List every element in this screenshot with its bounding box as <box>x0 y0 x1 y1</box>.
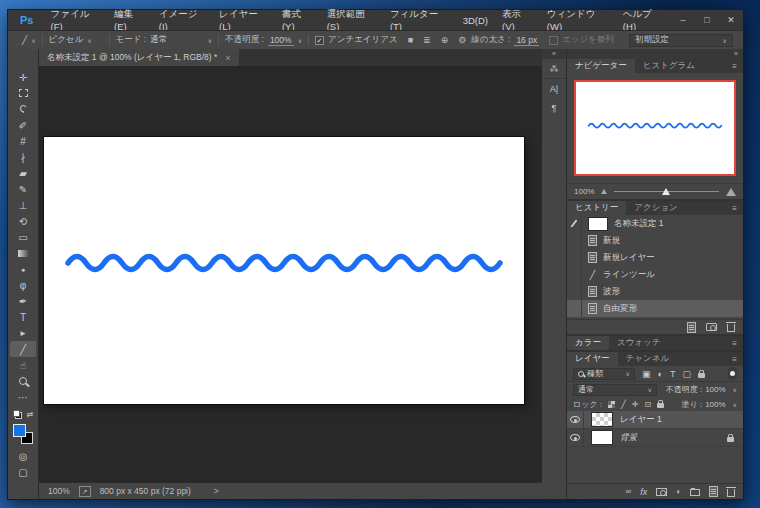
add-layer-mask-icon[interactable] <box>656 488 667 496</box>
eraser-tool[interactable]: ▭ <box>10 229 36 245</box>
dodge-tool[interactable]: φ <box>10 277 36 293</box>
move-tool[interactable]: ✛ <box>10 69 36 85</box>
blend-mode-dropdown[interactable]: 通常 ∨ <box>150 34 212 46</box>
zoom-out-icon[interactable] <box>601 189 607 194</box>
new-document-from-state-icon[interactable] <box>687 322 696 333</box>
history-step-new[interactable]: 新規 <box>567 232 743 249</box>
menu-image[interactable]: イメージ(I) <box>152 8 212 32</box>
history-step-new-layer[interactable]: 新規レイヤー <box>567 249 743 266</box>
pasteboard[interactable] <box>39 66 542 482</box>
history-brush-source-cell[interactable] <box>567 232 582 249</box>
layer-thumbnail[interactable] <box>591 430 613 445</box>
foreground-color-swatch[interactable] <box>13 424 26 437</box>
brush-tool[interactable]: ✎ <box>10 181 36 197</box>
navigator-zoom-field[interactable]: 100% <box>574 187 594 196</box>
filter-smart-objects-icon[interactable] <box>698 373 705 378</box>
libraries-panel-icon[interactable]: ⁂ <box>542 59 566 78</box>
delete-layer-icon[interactable] <box>727 489 735 497</box>
tab-color[interactable]: カラー <box>567 336 609 350</box>
maximize-button[interactable]: □ <box>695 10 719 30</box>
opacity-dropdown[interactable]: 100% ∨ <box>268 35 302 46</box>
tab-layers[interactable]: レイヤー <box>567 352 618 366</box>
layer-fill-control[interactable]: 塗り : 100% ∨ <box>681 399 737 410</box>
visibility-cell[interactable] <box>567 429 584 446</box>
clone-stamp-tool[interactable]: ⊥ <box>10 197 36 213</box>
menu-filter[interactable]: フィルター(T) <box>383 8 456 32</box>
visibility-cell[interactable] <box>567 411 584 428</box>
layer-filter-kind-dropdown[interactable]: 種類 ∨ <box>573 368 635 380</box>
panel-menu-icon[interactable]: ≡ <box>732 336 743 350</box>
new-layer-icon[interactable] <box>709 486 718 497</box>
blur-tool[interactable]: ● <box>10 261 36 277</box>
quick-mask-button[interactable]: ◎ <box>10 448 36 464</box>
tab-navigator[interactable]: ナビゲーター <box>567 59 635 73</box>
filter-type-layers-icon[interactable]: T <box>670 369 676 379</box>
shape-op-icon-1[interactable]: ■ <box>408 35 413 45</box>
paragraph-panel-icon[interactable]: ¶ <box>542 98 566 117</box>
screen-mode-button[interactable]: ▢ <box>10 464 36 480</box>
workspace-preset-dropdown[interactable]: 初期設定 ∨ <box>629 34 733 47</box>
history-brush-source-cell[interactable] <box>567 215 582 232</box>
antialias-checkbox[interactable]: ✓ <box>315 36 324 45</box>
hand-tool[interactable]: ☝ <box>10 357 36 373</box>
edit-toolbar-button[interactable]: ⋯ <box>10 389 36 405</box>
menu-help[interactable]: ヘルプ(H) <box>616 8 671 32</box>
menu-view[interactable]: 表示(V) <box>495 8 540 32</box>
character-panel-icon[interactable]: A| <box>542 79 566 98</box>
align-edges-checkbox[interactable] <box>549 36 558 45</box>
panel-menu-icon[interactable]: ≡ <box>732 201 743 215</box>
layer-name[interactable]: レイヤー 1 <box>620 414 662 426</box>
expand-panels-chevron[interactable]: « <box>542 49 566 59</box>
menu-3d[interactable]: 3D(D) <box>456 15 495 26</box>
tab-channels[interactable]: チャンネル <box>618 352 678 366</box>
layer-row-layer1[interactable]: レイヤー 1 <box>567 411 743 429</box>
lock-transparent-pixels-icon[interactable] <box>608 401 615 408</box>
panel-menu-icon[interactable]: ≡ <box>732 59 743 73</box>
crop-tool[interactable]: # <box>10 133 36 149</box>
layer-thumbnail[interactable] <box>591 412 613 427</box>
new-group-icon[interactable] <box>690 489 700 496</box>
lock-position-icon[interactable]: ✛ <box>632 400 639 409</box>
quick-selection-tool[interactable]: ✐ <box>10 117 36 133</box>
shape-op-icon-2[interactable]: ≣ <box>423 35 431 45</box>
status-chevron-icon[interactable]: > <box>214 486 219 496</box>
history-step-line-tool[interactable]: ╱ ラインツール <box>567 266 743 283</box>
tab-histogram[interactable]: ヒストグラム <box>635 59 703 73</box>
link-layers-icon[interactable]: ∞ <box>625 487 631 496</box>
history-step-free-transform[interactable]: 自由変形 <box>567 300 743 317</box>
gear-icon[interactable]: ⚙ <box>458 35 466 45</box>
menu-file[interactable]: ファイル(F) <box>43 8 107 32</box>
trash-icon[interactable] <box>727 324 735 332</box>
zoom-tool[interactable] <box>10 373 36 389</box>
adjustment-layer-icon[interactable]: ◐ <box>676 487 681 496</box>
healing-brush-tool[interactable]: ▰ <box>10 165 36 181</box>
history-brush-source-cell[interactable] <box>567 249 582 266</box>
canvas[interactable] <box>44 137 524 404</box>
lock-artboard-icon[interactable]: ⊡ <box>645 400 652 409</box>
history-brush-source-cell[interactable] <box>567 283 582 300</box>
layer-name[interactable]: 背景 <box>620 432 637 444</box>
history-step-wave[interactable]: 波形 <box>567 283 743 300</box>
tool-preset-dropdown[interactable]: ╱ ∨ <box>22 35 36 45</box>
menu-window[interactable]: ウィンドウ(W) <box>540 8 616 32</box>
path-selection-tool[interactable]: ► <box>10 325 36 341</box>
type-tool[interactable]: T <box>10 309 36 325</box>
history-brush-source-cell[interactable] <box>567 266 582 283</box>
layer-row-background[interactable]: 背景 <box>567 429 743 447</box>
zoom-slider[interactable] <box>614 186 719 197</box>
layer-opacity-control[interactable]: 不透明度 : 100% ∨ <box>666 384 737 395</box>
filter-adjustment-layers-icon[interactable]: ◐ <box>658 369 663 379</box>
history-snapshot-row[interactable]: 名称未設定 1 <box>567 215 743 232</box>
navigator-proxy-view[interactable] <box>574 80 736 176</box>
layer-filter-toggle[interactable] <box>728 367 737 380</box>
default-colors-icon[interactable] <box>13 410 22 419</box>
tab-actions[interactable]: アクション <box>626 201 686 215</box>
panel-menu-icon[interactable]: ≡ <box>732 352 743 366</box>
lasso-tool[interactable]: Ϛ <box>10 101 36 117</box>
swap-colors-icon[interactable]: ⇄ <box>27 410 34 419</box>
history-brush-source-cell[interactable] <box>567 300 582 317</box>
line-tool[interactable]: ╱ <box>10 341 36 357</box>
close-button[interactable]: ✕ <box>719 10 743 30</box>
gradient-tool[interactable] <box>10 245 36 261</box>
menu-type[interactable]: 書式(Y) <box>275 8 320 32</box>
